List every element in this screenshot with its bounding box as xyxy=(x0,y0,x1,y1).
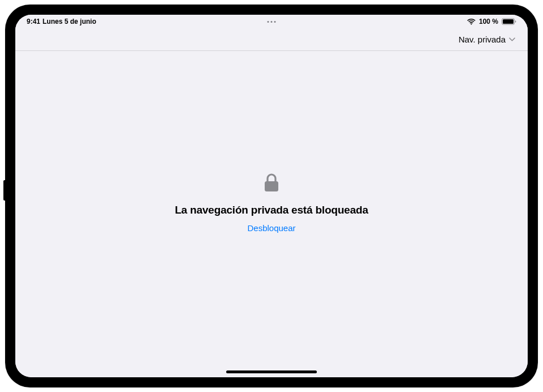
svg-rect-1 xyxy=(503,19,514,24)
battery-icon xyxy=(502,18,516,25)
unlock-button[interactable]: Desbloquear xyxy=(247,223,295,233)
screen: 9:41 Lunes 5 de junio 100 % xyxy=(15,15,528,377)
safari-toolbar: Nav. privada xyxy=(15,28,528,51)
battery-percentage: 100 % xyxy=(479,18,498,25)
locked-title: La navegación privada está bloqueada xyxy=(175,204,368,216)
status-right: 100 % xyxy=(467,18,516,25)
device-side-button xyxy=(3,180,5,201)
status-bar: 9:41 Lunes 5 de junio 100 % xyxy=(15,15,528,28)
lock-icon xyxy=(264,173,279,195)
dot-icon xyxy=(268,21,269,23)
content-area: La navegación privada está bloqueada Des… xyxy=(15,51,528,377)
home-indicator[interactable] xyxy=(226,370,317,373)
dot-icon xyxy=(271,21,273,23)
chevron-down-icon xyxy=(509,37,515,41)
status-date: Lunes 5 de junio xyxy=(43,18,96,25)
ipad-device-frame: 9:41 Lunes 5 de junio 100 % xyxy=(5,5,538,387)
status-left: 9:41 Lunes 5 de junio xyxy=(27,18,96,25)
wifi-icon xyxy=(467,19,476,25)
dot-icon xyxy=(274,21,276,23)
status-time: 9:41 xyxy=(27,18,40,25)
tab-group-label: Nav. privada xyxy=(459,35,506,44)
multitask-dots[interactable] xyxy=(268,21,276,23)
svg-rect-2 xyxy=(265,181,278,191)
tab-group-selector[interactable]: Nav. privada xyxy=(459,35,515,44)
